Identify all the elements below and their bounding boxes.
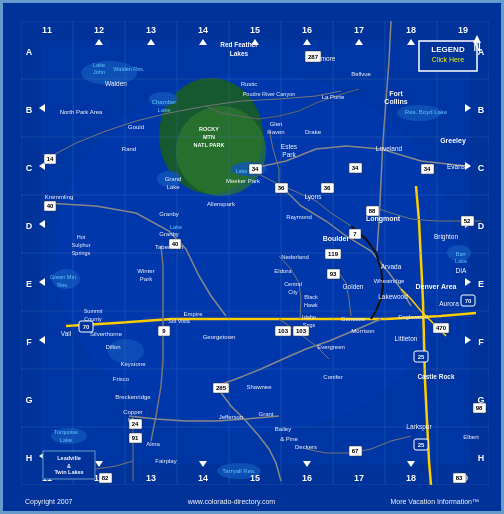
svg-text:88: 88 bbox=[369, 208, 376, 214]
svg-text:City: City bbox=[288, 289, 298, 295]
svg-text:Morrison: Morrison bbox=[351, 328, 374, 334]
svg-text:Park: Park bbox=[140, 276, 153, 282]
svg-text:Alma: Alma bbox=[146, 441, 160, 447]
svg-text:14: 14 bbox=[47, 156, 54, 162]
svg-text:13: 13 bbox=[146, 25, 156, 35]
svg-text:Denver Area: Denver Area bbox=[416, 283, 457, 290]
svg-text:Castle Rock: Castle Rock bbox=[417, 373, 455, 380]
svg-text:Copper: Copper bbox=[123, 409, 143, 415]
svg-text:285: 285 bbox=[216, 385, 227, 391]
svg-text:36: 36 bbox=[278, 185, 285, 191]
svg-text:Arvada: Arvada bbox=[381, 263, 402, 270]
svg-text:Barr: Barr bbox=[456, 251, 467, 257]
svg-text:N: N bbox=[473, 42, 480, 53]
svg-text:19: 19 bbox=[458, 25, 468, 35]
svg-text:ROCKY: ROCKY bbox=[199, 126, 219, 132]
svg-text:103: 103 bbox=[296, 328, 307, 334]
svg-text:12: 12 bbox=[94, 25, 104, 35]
svg-text:Poudre River Canyon: Poudre River Canyon bbox=[243, 91, 296, 97]
svg-text:Leadville: Leadville bbox=[57, 455, 81, 461]
svg-text:91: 91 bbox=[132, 435, 139, 441]
svg-text:Lake: Lake bbox=[157, 107, 171, 113]
svg-text:John: John bbox=[93, 69, 105, 75]
map-container: 11 12 13 14 15 16 17 18 19 11 12 13 14 1… bbox=[0, 0, 504, 514]
svg-text:16: 16 bbox=[302, 473, 312, 483]
svg-text:25: 25 bbox=[418, 354, 425, 360]
svg-text:Hawk: Hawk bbox=[304, 302, 318, 308]
svg-text:Sulphur: Sulphur bbox=[72, 242, 91, 248]
svg-text:14: 14 bbox=[198, 25, 208, 35]
svg-text:18: 18 bbox=[406, 25, 416, 35]
svg-text:NATL PARK: NATL PARK bbox=[194, 142, 225, 148]
svg-text:Dillon: Dillon bbox=[105, 344, 120, 350]
svg-text:F: F bbox=[478, 337, 484, 347]
svg-text:70: 70 bbox=[465, 298, 472, 304]
svg-text:Keystone: Keystone bbox=[120, 361, 146, 367]
svg-text:34: 34 bbox=[352, 165, 359, 171]
svg-text:G: G bbox=[25, 395, 32, 405]
svg-text:H: H bbox=[478, 453, 485, 463]
svg-text:17: 17 bbox=[354, 473, 364, 483]
svg-text:Res. Boyd Lake: Res. Boyd Lake bbox=[405, 109, 448, 115]
svg-text:Glen: Glen bbox=[270, 121, 283, 127]
svg-text:MTN: MTN bbox=[203, 134, 215, 140]
svg-text:Res.: Res. bbox=[57, 282, 69, 288]
svg-text:34: 34 bbox=[252, 166, 259, 172]
svg-text:Winter: Winter bbox=[137, 268, 154, 274]
svg-text:Kremmling: Kremmling bbox=[45, 194, 74, 200]
svg-text:Loveland: Loveland bbox=[376, 145, 403, 152]
svg-text:Raymond: Raymond bbox=[286, 214, 312, 220]
svg-text:Brighton: Brighton bbox=[434, 233, 459, 241]
svg-text:Lake: Lake bbox=[455, 258, 467, 264]
svg-text:Granby: Granby bbox=[159, 231, 179, 237]
svg-text:82: 82 bbox=[102, 475, 109, 481]
svg-text:Georgetown: Georgetown bbox=[203, 334, 236, 340]
svg-text:Nederland: Nederland bbox=[281, 254, 309, 260]
svg-text:Walden: Walden bbox=[105, 80, 127, 87]
svg-text:D: D bbox=[26, 221, 33, 231]
svg-text:Allenspark: Allenspark bbox=[207, 201, 236, 207]
svg-text:Frisco: Frisco bbox=[113, 376, 130, 382]
svg-text:Golden: Golden bbox=[343, 283, 364, 290]
svg-text:Haven: Haven bbox=[267, 129, 284, 135]
svg-text:470: 470 bbox=[436, 325, 447, 331]
svg-text:Central: Central bbox=[284, 281, 302, 287]
svg-text:Lakes: Lakes bbox=[230, 50, 249, 57]
svg-text:98: 98 bbox=[476, 405, 483, 411]
svg-text:Meeker Park: Meeker Park bbox=[226, 178, 261, 184]
website-text: www.colorado-directory.com bbox=[188, 498, 275, 505]
svg-text:25: 25 bbox=[418, 442, 425, 448]
svg-text:F: F bbox=[26, 337, 32, 347]
svg-text:Greeley: Greeley bbox=[440, 137, 466, 145]
svg-text:Park: Park bbox=[282, 151, 296, 158]
svg-text:Evans: Evans bbox=[447, 163, 466, 170]
svg-text:Gould: Gould bbox=[128, 124, 144, 130]
svg-text:C: C bbox=[478, 163, 485, 173]
svg-text:24: 24 bbox=[132, 421, 139, 427]
svg-text:C: C bbox=[26, 163, 33, 173]
svg-text:Genesee: Genesee bbox=[341, 316, 366, 322]
svg-text:H: H bbox=[26, 453, 33, 463]
svg-text:40: 40 bbox=[47, 203, 54, 209]
svg-text:14: 14 bbox=[198, 473, 208, 483]
svg-text:Drake: Drake bbox=[305, 129, 322, 135]
svg-text:LEGEND: LEGEND bbox=[431, 45, 465, 54]
svg-text:Lyons: Lyons bbox=[304, 193, 322, 201]
svg-text:Lakewood: Lakewood bbox=[378, 293, 408, 300]
svg-text:Bellvue: Bellvue bbox=[351, 71, 371, 77]
svg-text:B: B bbox=[26, 105, 33, 115]
svg-text:Granby: Granby bbox=[159, 211, 179, 217]
svg-text:Grant: Grant bbox=[258, 411, 273, 417]
svg-text:Sol Vista: Sol Vista bbox=[168, 318, 191, 324]
svg-text:13: 13 bbox=[146, 473, 156, 483]
svg-text:16: 16 bbox=[302, 25, 312, 35]
svg-text:83: 83 bbox=[456, 475, 463, 481]
svg-text:67: 67 bbox=[352, 448, 359, 454]
svg-text:Idaho: Idaho bbox=[302, 314, 316, 320]
svg-text:Shawnee: Shawnee bbox=[246, 384, 272, 390]
svg-text:11: 11 bbox=[42, 25, 52, 35]
svg-text:15: 15 bbox=[250, 473, 260, 483]
svg-point-13 bbox=[108, 339, 144, 363]
svg-text:Silverthorne: Silverthorne bbox=[90, 331, 123, 337]
svg-text:Eldora: Eldora bbox=[274, 268, 292, 274]
